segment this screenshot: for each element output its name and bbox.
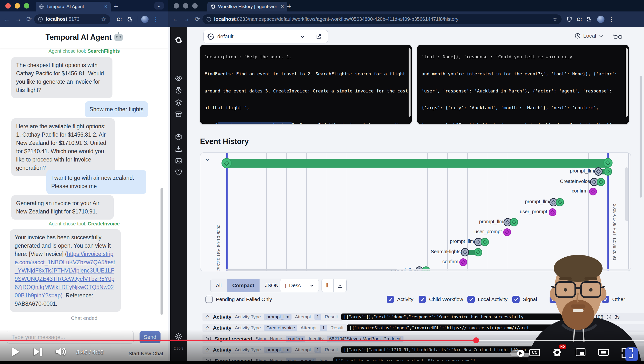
stack-layers-icon[interactable] xyxy=(175,99,182,106)
filter-activity-checkbox[interactable]: Activity xyxy=(387,296,414,303)
activity-completed-marker[interactable] xyxy=(480,238,489,246)
extension-ci-icon[interactable]: Cː xyxy=(116,16,122,22)
start-new-chat-link[interactable]: Start New Chat xyxy=(128,350,163,356)
signal-marker[interactable] xyxy=(503,228,511,236)
filter-local-activity-checkbox[interactable]: Local Activity xyxy=(468,296,508,303)
progress-bar-remaining[interactable] xyxy=(476,340,644,341)
volume-button-icon[interactable] xyxy=(56,348,66,356)
activity-completed-marker[interactable] xyxy=(604,167,612,176)
timeline-row-label[interactable]: prompt_llm xyxy=(450,238,474,244)
timezone-selector[interactable]: Local xyxy=(574,33,604,39)
sort-desc-button[interactable]: ↓Desc xyxy=(280,279,305,292)
site-info-icon[interactable]: i xyxy=(206,17,211,22)
workflow-span-bar[interactable] xyxy=(226,159,610,168)
workflow-end-marker[interactable] xyxy=(603,158,612,167)
invoice-link[interactable]: https://invoice.stripe.com/i/acct_1NBOLu… xyxy=(15,251,115,298)
chat-scrollbar[interactable] xyxy=(160,188,163,315)
timeline-row-label[interactable]: prompt_llm xyxy=(479,219,503,224)
cube-icon[interactable] xyxy=(175,133,182,140)
left-address-bar[interactable]: i localhost:5173 ☆ xyxy=(34,14,110,24)
collapse-chevron-icon[interactable]: ⌄ xyxy=(204,155,210,162)
back-button[interactable]: ← xyxy=(4,15,10,23)
checkbox-unchecked-icon[interactable] xyxy=(206,296,213,303)
close-tab-icon[interactable]: × xyxy=(104,4,107,9)
new-tab-button[interactable]: + xyxy=(287,2,292,10)
tab-workflow-history[interactable]: Workflow History | agent-wor × xyxy=(207,2,287,12)
new-tab-button[interactable]: + xyxy=(114,2,118,10)
minimize-window-button[interactable] xyxy=(183,3,188,8)
right-address-bar[interactable]: i localhost:8233/namespaces/default/work… xyxy=(202,14,562,24)
extension-shield-icon[interactable] xyxy=(566,16,572,22)
code-scrollbar[interactable] xyxy=(626,48,628,116)
activity-scheduled-marker[interactable] xyxy=(461,248,469,256)
left-traffic-lights[interactable] xyxy=(5,3,29,8)
site-info-icon[interactable]: i xyxy=(38,17,43,22)
miniplayer-button[interactable] xyxy=(576,348,586,356)
zoom-window-button[interactable] xyxy=(192,3,198,8)
reload-button[interactable]: ⟳ xyxy=(195,15,200,23)
view-all-button[interactable]: All xyxy=(210,279,227,292)
open-namespace-button[interactable] xyxy=(309,30,328,43)
extension-ci-icon[interactable]: Cː xyxy=(577,16,582,22)
sun-theme-icon[interactable] xyxy=(175,333,182,340)
activity-scheduled-marker[interactable] xyxy=(594,167,602,176)
temporal-logo-icon[interactable] xyxy=(175,36,182,44)
archive-box-icon[interactable] xyxy=(175,111,182,118)
signal-marker[interactable] xyxy=(589,188,597,196)
progress-bar-played[interactable] xyxy=(0,340,476,341)
timeline-row-label[interactable]: user_prompt xyxy=(474,229,502,234)
workflow-input-json-right[interactable]: 'tool': None}}, 'response': 'Could you t… xyxy=(417,45,629,124)
profile-avatar[interactable] xyxy=(597,16,604,23)
eye-icon[interactable] xyxy=(175,75,182,82)
menu-kebab-icon[interactable]: ⋮ xyxy=(153,16,159,23)
send-button[interactable]: Send xyxy=(140,331,160,343)
download-history-button[interactable] xyxy=(334,279,346,292)
image-frame-icon[interactable] xyxy=(175,157,182,164)
minimize-window-button[interactable] xyxy=(15,3,20,8)
settings-gear-icon[interactable] xyxy=(552,348,562,357)
timeline-row-label[interactable]: user_prompt xyxy=(520,209,547,214)
schedule-clock-icon[interactable] xyxy=(175,87,182,94)
menu-kebab-icon[interactable]: ⋮ xyxy=(608,16,614,23)
play-button-icon[interactable] xyxy=(12,347,20,357)
next-button-icon[interactable] xyxy=(34,348,42,356)
workflow-start-marker[interactable] xyxy=(222,158,232,168)
tab-search-chevron-button[interactable]: ⌄ xyxy=(154,2,164,10)
bookmark-star-icon[interactable]: ☆ xyxy=(101,16,106,23)
timeline-row-label[interactable]: CreateInvoice xyxy=(560,178,590,184)
right-traffic-lights[interactable] xyxy=(174,3,198,8)
sort-dropdown-chevron[interactable] xyxy=(305,279,318,292)
extensions-puzzle-icon[interactable] xyxy=(127,16,133,22)
captions-button[interactable]: CC xyxy=(529,349,540,356)
activity-completed-marker[interactable] xyxy=(597,178,605,186)
namespace-selector[interactable]: default xyxy=(204,30,328,44)
activity-completed-marker[interactable] xyxy=(510,218,518,226)
timeline-row-label[interactable]: prompt_llm xyxy=(570,168,594,174)
autoplay-toggle[interactable] xyxy=(510,350,524,356)
close-window-button[interactable] xyxy=(174,3,179,8)
tab-temporal-ai-agent[interactable]: Temporal AI Agent × xyxy=(36,2,111,12)
back-button[interactable]: ← xyxy=(172,15,178,23)
pending-failed-checkbox[interactable]: Pending and Failed Only xyxy=(206,296,272,303)
progress-playhead[interactable] xyxy=(473,338,479,343)
timeline-row-label[interactable]: SearchFlights xyxy=(431,249,460,254)
close-window-button[interactable] xyxy=(5,3,11,8)
theater-mode-button[interactable] xyxy=(598,349,609,356)
signal-marker[interactable] xyxy=(548,208,556,216)
forward-button[interactable]: → xyxy=(15,15,22,23)
extensions-puzzle-icon[interactable] xyxy=(586,16,592,22)
close-tab-icon[interactable]: × xyxy=(281,4,284,9)
import-tray-icon[interactable] xyxy=(175,145,182,152)
reader-glasses-icon[interactable] xyxy=(614,33,622,40)
view-compact-button[interactable]: Compact xyxy=(227,279,260,292)
message-input[interactable] xyxy=(7,331,134,344)
timeline-vertical-scrollbar[interactable] xyxy=(625,167,628,221)
pause-updates-button[interactable]: ‖ xyxy=(322,279,334,292)
timeline-row-label[interactable]: prompt_llm xyxy=(525,199,549,204)
page-scrollbar[interactable] xyxy=(640,76,642,198)
zoom-window-button[interactable] xyxy=(24,3,29,8)
bookmark-star-icon[interactable]: ☆ xyxy=(552,16,558,23)
timeline-row-label[interactable]: confirm xyxy=(442,259,458,264)
filter-child-workflow-checkbox[interactable]: Child Workflow xyxy=(418,296,463,303)
workflow-input-json-left[interactable]: "description": "Help the user. 1. FindEv… xyxy=(200,45,412,124)
